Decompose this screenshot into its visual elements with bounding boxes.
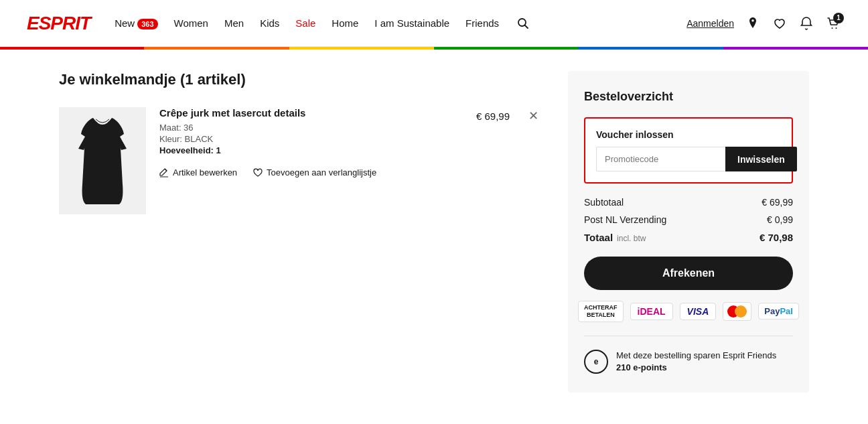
cart-item-top: Crêpe jurk met lasercut details Maat: 36… xyxy=(159,107,541,157)
edit-icon xyxy=(159,168,169,178)
svg-point-2 xyxy=(832,27,833,29)
svg-line-1 xyxy=(525,25,528,28)
subtotal-label: Subtotaal xyxy=(584,197,624,208)
nav-item-women[interactable]: Women xyxy=(174,17,208,29)
total-label: Totaal incl. btw xyxy=(584,232,646,243)
ideal-badge: iDEAL xyxy=(630,303,673,320)
dress-illustration xyxy=(76,114,129,208)
cart-item: Crêpe jurk met lasercut details Maat: 36… xyxy=(59,107,541,214)
nav-item-men[interactable]: Men xyxy=(224,17,244,29)
nav-item-kids[interactable]: Kids xyxy=(260,17,279,29)
heart-icon xyxy=(253,168,263,178)
shipping-label: Post NL Verzending xyxy=(584,214,666,225)
product-info: Crêpe jurk met lasercut details Maat: 36… xyxy=(159,107,305,157)
login-button[interactable]: Aanmelden xyxy=(686,18,734,29)
cart-title: Je winkelmandje (1 artikel) xyxy=(59,71,541,88)
header-right: Aanmelden 1 xyxy=(686,15,841,31)
mc-orange-circle xyxy=(735,305,747,317)
nav-item-home[interactable]: Home xyxy=(332,17,358,29)
visa-badge: VISA xyxy=(680,303,717,320)
notifications-icon[interactable] xyxy=(798,15,814,31)
voucher-label: Voucher inlossen xyxy=(596,129,781,140)
epoints-row: e Met deze bestelling sparen Esprit Frie… xyxy=(584,350,793,374)
product-image xyxy=(59,107,146,214)
remove-item-button[interactable]: ✕ xyxy=(526,107,541,125)
add-to-wishlist-button[interactable]: Toevoegen aan verlanglijstje xyxy=(253,167,376,178)
cart-section: Je winkelmandje (1 artikel) xyxy=(59,71,541,214)
product-details: Crêpe jurk met lasercut details Maat: 36… xyxy=(159,107,541,178)
voucher-box: Voucher inlossen Inwisselen xyxy=(584,117,793,184)
achteraf-betalen-badge: ACHTERAFBETALEN xyxy=(578,301,624,322)
wishlist-icon[interactable] xyxy=(772,15,788,31)
payment-methods: ACHTERAFBETALEN iDEAL VISA PayPal xyxy=(584,301,793,336)
shipping-row: Post NL Verzending € 0,99 xyxy=(584,214,793,225)
nav-item-new[interactable]: New363 xyxy=(115,17,157,29)
main-nav: New363 Women Men Kids Sale Home I am Sus… xyxy=(115,15,686,31)
total-value: € 70,98 xyxy=(760,232,793,243)
nav-item-friends[interactable]: Friends xyxy=(465,17,499,29)
header: ESPRIT New363 Women Men Kids Sale Home I… xyxy=(0,0,868,47)
voucher-redeem-button[interactable]: Inwisselen xyxy=(725,147,797,171)
paypal-badge: PayPal xyxy=(758,303,799,320)
new-badge: 363 xyxy=(137,19,157,29)
voucher-input-row: Inwisselen xyxy=(596,147,781,171)
product-name: Crêpe jurk met lasercut details xyxy=(159,107,305,119)
subtotal-row: Subtotaal € 69,99 xyxy=(584,197,793,208)
checkout-button[interactable]: Afrekenen xyxy=(584,257,793,290)
search-icon[interactable] xyxy=(515,15,531,31)
epoints-icon: e xyxy=(584,350,608,374)
product-actions: Artikel bewerken Toevoegen aan verlangli… xyxy=(159,167,541,178)
total-sub: incl. btw xyxy=(617,234,646,243)
total-row: Totaal incl. btw € 70,98 xyxy=(584,232,793,243)
epoints-text: Met deze bestelling sparen Esprit Friend… xyxy=(616,350,776,374)
mastercard-badge xyxy=(723,302,751,321)
order-summary: Besteloverzicht Voucher inlossen Inwisse… xyxy=(568,71,809,393)
location-icon[interactable] xyxy=(745,15,761,31)
product-size: Maat: 36 xyxy=(159,123,305,133)
product-color: Kleur: BLACK xyxy=(159,134,305,144)
product-quantity: Hoeveelheid: 1 xyxy=(159,145,305,155)
shipping-value: € 0,99 xyxy=(767,214,793,225)
edit-item-button[interactable]: Artikel bewerken xyxy=(159,167,237,178)
subtotal-value: € 69,99 xyxy=(762,197,793,208)
svg-point-3 xyxy=(836,27,837,29)
cart-icon[interactable]: 1 xyxy=(825,15,841,31)
cart-count: 1 xyxy=(833,13,844,23)
voucher-input[interactable] xyxy=(596,147,725,171)
logo[interactable]: ESPRIT xyxy=(27,13,90,34)
summary-title: Besteloverzicht xyxy=(584,90,793,104)
product-price: € 69,99 xyxy=(476,111,510,122)
nav-item-sustainable[interactable]: I am Sustainable xyxy=(374,17,449,29)
nav-item-sale[interactable]: Sale xyxy=(295,17,315,29)
main-content: Je winkelmandje (1 artikel) xyxy=(32,50,836,414)
